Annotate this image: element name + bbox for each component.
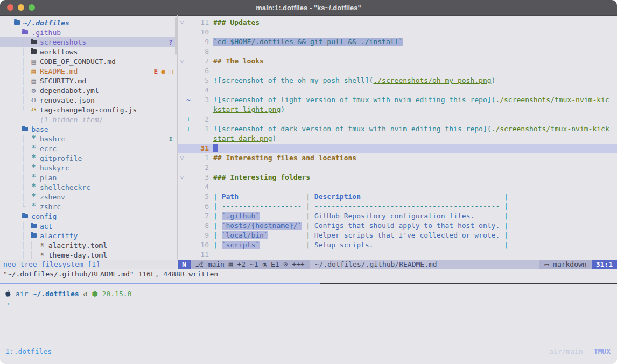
tree-item-README.md[interactable]: │ ▤README.mdE●□	[0, 66, 177, 76]
git-sign: +	[186, 115, 194, 124]
sign-column	[186, 18, 194, 27]
tmux-statusbar: 1:.dotfiles air/main TMUX	[0, 347, 617, 362]
tree-item-CODE_OF_CONDUCT.md[interactable]: │ ▤CODE_OF_CONDUCT.md	[0, 56, 177, 66]
shell-prompt: air ~/.dotfiles ↺ ⬢ 20.15.0	[5, 289, 131, 298]
fold-marker-icon[interactable]: ˅	[178, 56, 186, 66]
tree-item-huskyrc[interactable]: │ *huskyrc	[0, 163, 177, 173]
titlebar[interactable]: main:1:.dotfiles - "ks~/.dotfiles"	[0, 0, 617, 16]
tree-item-label: .github	[31, 28, 61, 37]
fold-marker-icon[interactable]: ˅	[178, 153, 186, 163]
line-text	[213, 47, 617, 56]
sync-icon: ↺	[83, 290, 88, 298]
editor-line[interactable]: 11	[178, 250, 617, 260]
zoom-button[interactable]	[29, 4, 35, 11]
line-number: 8	[194, 221, 209, 231]
tree-item-label: SECURITY.md	[40, 77, 86, 85]
tree-item-theme-day.toml[interactable]: │ │ Mtheme-day.toml	[0, 250, 177, 260]
status-marks: E●□	[154, 67, 177, 75]
fold-column	[178, 115, 186, 124]
editor-line[interactable]: 5![screenshot of the oh-my-posh shell](.…	[178, 76, 617, 85]
editor-line[interactable]: 31	[178, 144, 617, 153]
tmux-pane-divider[interactable]	[0, 283, 617, 284]
tree-item-ecrc[interactable]: │ *ecrc	[0, 144, 177, 153]
editor-line[interactable]: 4	[178, 85, 617, 95]
editor-line[interactable]: ˅11### Updates	[178, 18, 617, 27]
sign-column	[186, 27, 194, 37]
editor-line[interactable]: kstart-light.png)	[178, 105, 617, 115]
tree-item-config[interactable]: config	[0, 211, 177, 221]
line-number: 10	[194, 27, 209, 37]
tree-item-zshrc[interactable]: └ *zshrc	[0, 202, 177, 211]
tree-item-label: renovate.json	[40, 96, 95, 104]
editor-line[interactable]: ˅7## The looks	[178, 56, 617, 66]
editor-line[interactable]: 6| ------------------- | ---------------…	[178, 202, 617, 211]
line-text: | `scripts` | Setup scripts. |	[213, 240, 617, 250]
shell-pane[interactable]: air ~/.dotfiles ↺ ⬢ 20.15.0 →	[0, 289, 131, 308]
fold-column	[178, 202, 186, 211]
md-icon: ▤	[30, 76, 38, 85]
tree-item-label: shellcheckrc	[40, 183, 90, 191]
tree-item-SECURITY.md[interactable]: │ ▤SECURITY.md	[0, 76, 177, 85]
tree-item-tag-changelog-config.js[interactable]: └ JStag-changelog-config.js	[0, 105, 177, 115]
tree-item-label: tag-changelog-config.js	[40, 106, 137, 114]
editor-line[interactable]: 8| `hosts/{hostname}/` | Configs that sh…	[178, 221, 617, 231]
sign-column	[186, 163, 194, 173]
tree-item-gitprofile[interactable]: │ *gitprofile	[0, 153, 177, 163]
tree-item-label: theme-day.toml	[48, 251, 108, 259]
editor-line[interactable]: +1![screenshot of dark version of tmux w…	[178, 124, 617, 134]
tree-item-shellcheckrc[interactable]: │ *shellcheckrc	[0, 182, 177, 192]
sign-column	[186, 144, 194, 153]
line-number: 9	[194, 231, 209, 240]
tree-item-renovate.json[interactable]: │ {}renovate.json	[0, 95, 177, 105]
editor-pane[interactable]: ˅11### Updates109`cd $HOME/.dotfiles && …	[178, 15, 617, 260]
editor-line[interactable]: 4	[178, 182, 617, 192]
editor-line[interactable]: start-dark.png)	[178, 134, 617, 144]
indent-guide: │	[4, 96, 30, 104]
tree-item-dependabot.yml[interactable]: │ ⚙dependabot.yml	[0, 85, 177, 95]
indent-guide: │	[4, 58, 30, 66]
tmux-window-1[interactable]: 1:.dotfiles	[5, 347, 52, 356]
editor-line[interactable]: 6	[178, 66, 617, 76]
tree-item-screenshots[interactable]: │ screenshots?	[0, 37, 177, 47]
sign-column	[186, 240, 194, 250]
fold-marker-icon[interactable]: ˅	[178, 173, 186, 182]
line-text	[213, 250, 617, 260]
editor-line[interactable]: 2	[178, 163, 617, 173]
sign-column	[186, 56, 194, 66]
tree-item-alacritty[interactable]: │ alacritty	[0, 231, 177, 240]
tree-item-zshenv[interactable]: │ *zshenv	[0, 192, 177, 202]
tree-item-.github[interactable]: .github	[0, 27, 177, 37]
close-button[interactable]	[7, 4, 13, 11]
tree-item-~.dotfiles[interactable]: ~/.dotfiles	[0, 18, 177, 27]
tree-item-bashrc[interactable]: │ *bashrcI	[0, 134, 177, 144]
editor-line[interactable]: ˅3### Interesting folders	[178, 173, 617, 182]
neotree-scrollbar[interactable]	[175, 17, 177, 55]
status-row: neo-tree filesystem [1] N ⎇ main ▤ +2 ~1…	[0, 260, 617, 269]
line-text: ![screenshot of dark version of tmux wit…	[213, 124, 617, 134]
editor-line[interactable]: 5| Path | Description |	[178, 192, 617, 202]
folder-icon	[30, 47, 38, 56]
editor-line[interactable]: 7| `.github` | GitHub Repository configu…	[178, 211, 617, 221]
tree-item-workflows[interactable]: │ workflows	[0, 47, 177, 56]
editor-line[interactable]: 10	[178, 27, 617, 37]
git-sign: ~	[186, 95, 194, 105]
neo-tree-panel: ~/.dotfiles .github │ screenshots? │ wor…	[0, 15, 178, 260]
tree-item-label: screenshots	[40, 38, 86, 46]
line-text	[213, 66, 617, 76]
tree-item-base[interactable]: base	[0, 124, 177, 134]
editor-line[interactable]: 8	[178, 47, 617, 56]
prompt-cwd: ~/.dotfiles	[32, 290, 79, 298]
editor-line[interactable]: 10| `scripts` | Setup scripts. |	[178, 240, 617, 250]
editor-line[interactable]: 9| `local/bin` | Helper scripts that I'v…	[178, 231, 617, 240]
editor-line[interactable]: ˅1## Interesting files and locations	[178, 153, 617, 163]
editor-line[interactable]: +2	[178, 115, 617, 124]
editor-line[interactable]: ~3![screenshot of light version of tmux …	[178, 95, 617, 105]
minimize-button[interactable]	[18, 4, 24, 11]
fold-marker-icon[interactable]: ˅	[178, 18, 186, 27]
tree-item-act[interactable]: │ act	[0, 221, 177, 231]
indent-guide: │	[4, 145, 30, 153]
tree-item-plan[interactable]: │ *plan	[0, 173, 177, 182]
editor-line[interactable]: 9`cd $HOME/.dotfiles && git pull && ./in…	[178, 37, 617, 47]
tree-item-alacritty.toml[interactable]: │ │ Malacritty.toml	[0, 240, 177, 250]
indent-guide: │ │	[4, 241, 38, 249]
